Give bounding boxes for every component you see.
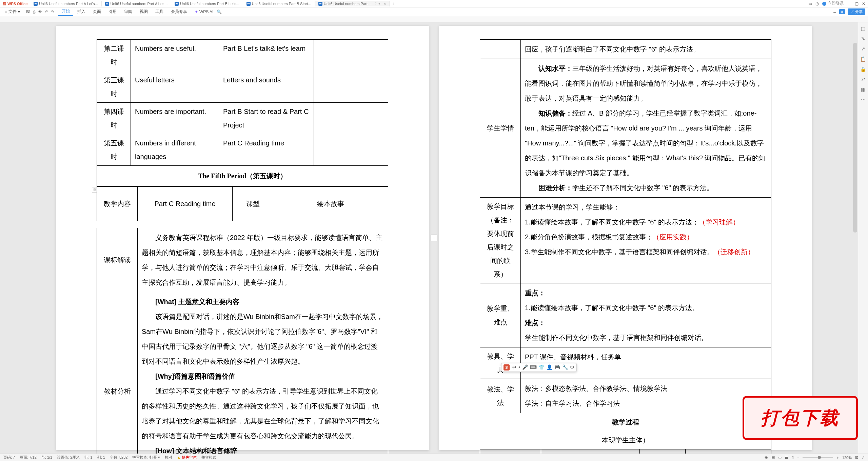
status-compat: 兼容模式	[201, 455, 216, 460]
menu-review[interactable]: 审阅	[121, 8, 136, 16]
view-web-icon[interactable]: ◉	[765, 455, 768, 460]
status-spell[interactable]: 拼写检查: 打开 ▾	[132, 455, 160, 460]
fit-icon[interactable]: ⊡	[855, 455, 858, 460]
process-table: 教学目标 教学步骤 学生学习活动 效果评价 1.能读懂配图对话，了解不同文化中数…	[480, 449, 771, 454]
edit-tool-icon[interactable]: ✎	[861, 36, 865, 41]
status-row: 行: 1	[84, 455, 92, 460]
menu-insert[interactable]: 插入	[74, 8, 89, 16]
view-print-icon[interactable]: ▤	[771, 455, 775, 460]
undo-icon[interactable]: ↶	[45, 9, 48, 14]
app-logo: ▨WPS Office	[3, 1, 27, 6]
right-sidebar: ⬚ ✎ ⤢ 📋 🔒 ⇄ ▦ ⋯	[858, 22, 868, 454]
status-page[interactable]: 页面: 7/12	[20, 455, 37, 460]
ime-tool-icon[interactable]: 🔧	[562, 364, 568, 370]
redo-icon[interactable]: ↷	[51, 9, 54, 14]
ime-logo-icon: S	[504, 364, 510, 370]
menu-reference[interactable]: 引用	[105, 8, 120, 16]
layout-icon[interactable]: ▭	[808, 1, 812, 6]
wps-ai-button[interactable]: WPS AI	[195, 9, 213, 14]
lock-tool-icon[interactable]: 🔒	[860, 66, 866, 72]
view-read-icon[interactable]: ▭	[778, 455, 782, 460]
status-pageno[interactable]: 页码: 7	[3, 455, 15, 460]
ime-settings-icon[interactable]: ⚙	[570, 364, 574, 370]
document-area: ⊟ 第二课时Numbers are useful.Part B Let's ta…	[0, 22, 868, 454]
ime-person-icon[interactable]: 👤	[547, 364, 552, 370]
zoom-out-icon[interactable]: −	[797, 456, 799, 460]
ime-toolbar[interactable]: S 中 • 🎤 ⌨ 👕 👤 🎮 🔧 ⚙	[501, 363, 577, 372]
menubar: ≡ 文件 ▾ 🖫 ⎙ 👁 ↶ ↷ 开始 插入 页面 引用 审阅 视图 工具 会员…	[0, 7, 868, 16]
ruler	[0, 16, 868, 22]
status-missing-font[interactable]: 缺失字体	[177, 455, 197, 460]
status-setting: 设置值: 2厘米	[57, 455, 80, 460]
swap-tool-icon[interactable]: ⇄	[861, 77, 865, 82]
bookmark-icon[interactable]: ◉	[839, 9, 845, 14]
ime-game-icon[interactable]: 🎮	[554, 364, 560, 370]
zoom-value[interactable]: 120%	[842, 456, 852, 460]
cloud-icon[interactable]: ☁	[832, 9, 836, 14]
maximize-icon[interactable]: ▢	[855, 1, 859, 6]
page-left: ⊟ 第二课时Numbers are useful.Part B Let's ta…	[56, 26, 429, 450]
zoom-slider[interactable]	[803, 457, 833, 458]
page-break-marker: ⊟	[92, 187, 97, 193]
view-outline-icon[interactable]: ☰	[785, 455, 788, 460]
ime-keyboard-icon[interactable]: ⌨	[530, 364, 537, 370]
tab-3[interactable]: WUnit6 Useful numbers Part B Let's...	[171, 1, 243, 6]
tab-1[interactable]: WUnit6 Useful numbers Part A Let's...	[30, 1, 101, 6]
schedule-table: 第二课时Numbers are useful.Part B Let's talk…	[97, 39, 388, 166]
clipboard-tool-icon[interactable]: 📋	[860, 56, 866, 62]
menu-page[interactable]: 页面	[90, 8, 104, 16]
period-title: The Fifth Period（第五课时）	[97, 166, 388, 186]
titlebar: ▨WPS Office WUnit6 Useful numbers Part A…	[0, 0, 868, 7]
tab-2[interactable]: WUnit6 Useful numbers Part A Lett...	[102, 1, 172, 6]
share-button[interactable]: ↗ 分享	[848, 8, 865, 15]
statusbar: 页码: 7 页面: 7/12 节: 1/1 设置值: 2厘米 行: 1 列: 1…	[0, 454, 868, 461]
expand-tool-icon[interactable]: ⤢	[861, 46, 865, 52]
detail-table: 回应，孩子们逐渐明白了不同文化中数字 "6" 的表示方法。 学生学情 认知水平：…	[480, 39, 771, 449]
save-icon[interactable]: 🖫	[26, 9, 30, 14]
menu-view[interactable]: 视图	[136, 8, 151, 16]
sync-icon[interactable]: ◷	[815, 1, 819, 6]
download-stamp[interactable]: 打包下载	[743, 396, 858, 440]
layers-tool-icon[interactable]: ▦	[861, 87, 865, 92]
zoom-in-icon[interactable]: +	[836, 456, 839, 460]
file-menu[interactable]: ≡ 文件 ▾	[3, 8, 22, 15]
add-page-button[interactable]: +	[431, 235, 437, 241]
close-window-icon[interactable]: ✕	[862, 1, 865, 6]
status-words[interactable]: 字数: 5232	[110, 455, 128, 460]
menu-start[interactable]: 开始	[58, 7, 73, 16]
status-proof[interactable]: 校对	[165, 455, 172, 460]
minimize-icon[interactable]: —	[847, 1, 851, 6]
preview-icon[interactable]: 👁	[38, 9, 42, 14]
search-icon[interactable]: 🔍	[217, 9, 222, 14]
ime-cn-icon[interactable]: 中	[512, 364, 516, 370]
tab-extra-icons[interactable]: ♡ ●	[374, 2, 380, 5]
tab-4[interactable]: WUnit6 Useful numbers Part B Start...	[243, 1, 315, 6]
menu-member[interactable]: 会员专享	[167, 8, 191, 16]
status-col: 列: 1	[97, 455, 105, 460]
status-section: 节: 1/1	[41, 455, 52, 460]
view-more-icon[interactable]: ▯	[792, 455, 794, 460]
close-icon[interactable]: ×	[384, 2, 386, 6]
login-button[interactable]: 立即登录	[822, 1, 844, 6]
fullscreen-icon[interactable]: ⤢	[862, 455, 865, 460]
ime-punct-icon[interactable]: •	[518, 364, 520, 370]
more-tool-icon[interactable]: ⋯	[861, 97, 866, 102]
content-type-table: 教学内容 Part C Reading time 课型 绘本故事	[97, 186, 388, 221]
page-right: 回应，孩子们逐渐明白了不同文化中数字 "6" 的表示方法。 学生学情 认知水平：…	[439, 26, 812, 450]
ime-mic-icon[interactable]: 🎤	[522, 364, 528, 370]
print-icon[interactable]: ⎙	[33, 9, 35, 14]
ime-clothes-icon[interactable]: 👕	[539, 364, 545, 370]
tab-5-active[interactable]: WUnit6 Useful numbers Part ...♡ ●×	[315, 1, 390, 6]
new-tab-button[interactable]: +	[390, 1, 398, 6]
vertical-scrollbar[interactable]	[853, 43, 857, 233]
select-tool-icon[interactable]: ⬚	[861, 26, 865, 31]
analysis-table: 课标解读 义务教育英语课程标准（2022 年版）一级目标要求，能够读懂语言简单、…	[97, 228, 388, 454]
menu-tools[interactable]: 工具	[152, 8, 167, 16]
